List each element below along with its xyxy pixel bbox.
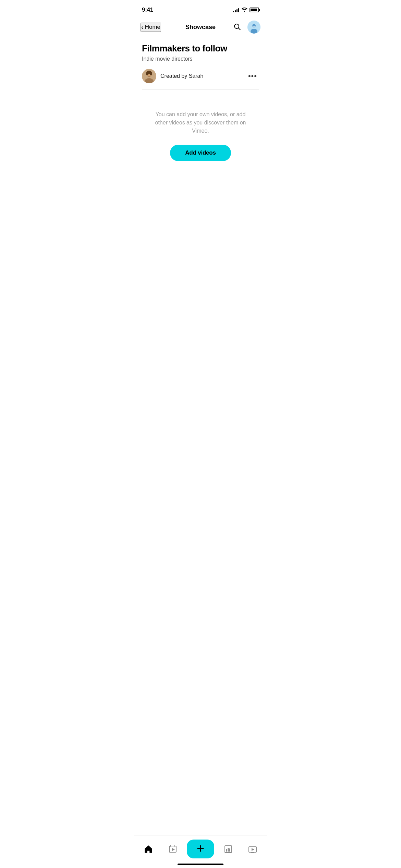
wifi-icon: [241, 7, 247, 13]
more-options-button[interactable]: •••: [246, 70, 259, 83]
showcase-subtitle: Indie movie directors: [142, 56, 259, 62]
creator-info: Created by Sarah: [142, 69, 203, 83]
status-bar: 9:41: [134, 0, 267, 18]
search-button[interactable]: [232, 21, 243, 33]
search-icon: [233, 23, 241, 31]
creator-row: Created by Sarah •••: [142, 69, 259, 90]
empty-state-text: You can add your own videos, or add othe…: [152, 110, 249, 135]
nav-bar: ‹ Home Showcase: [134, 18, 267, 38]
signal-icon: [233, 8, 239, 12]
back-button[interactable]: ‹ Home: [141, 23, 161, 32]
back-chevron-icon: ‹: [141, 23, 144, 31]
svg-point-3: [251, 29, 257, 34]
nav-actions: [232, 21, 260, 34]
creator-name: Created by Sarah: [160, 73, 203, 79]
battery-icon: [250, 8, 259, 12]
back-label: Home: [145, 24, 160, 31]
add-videos-button[interactable]: Add videos: [170, 145, 231, 161]
svg-point-13: [148, 74, 148, 75]
showcase-title: Filmmakers to follow: [142, 43, 259, 54]
svg-point-11: [146, 72, 148, 75]
svg-point-5: [255, 25, 255, 26]
page-title: Showcase: [185, 24, 216, 31]
main-content: Filmmakers to follow Indie movie directo…: [134, 38, 267, 171]
status-time: 9:41: [142, 7, 153, 13]
creator-avatar-image: [142, 69, 156, 83]
user-avatar-button[interactable]: [247, 21, 260, 34]
svg-point-14: [150, 74, 150, 75]
user-avatar-icon: [247, 21, 260, 34]
empty-state: You can add your own videos, or add othe…: [142, 90, 259, 171]
svg-point-12: [150, 72, 152, 75]
creator-avatar: [142, 69, 156, 83]
status-icons: [233, 7, 259, 13]
svg-point-4: [253, 25, 253, 26]
